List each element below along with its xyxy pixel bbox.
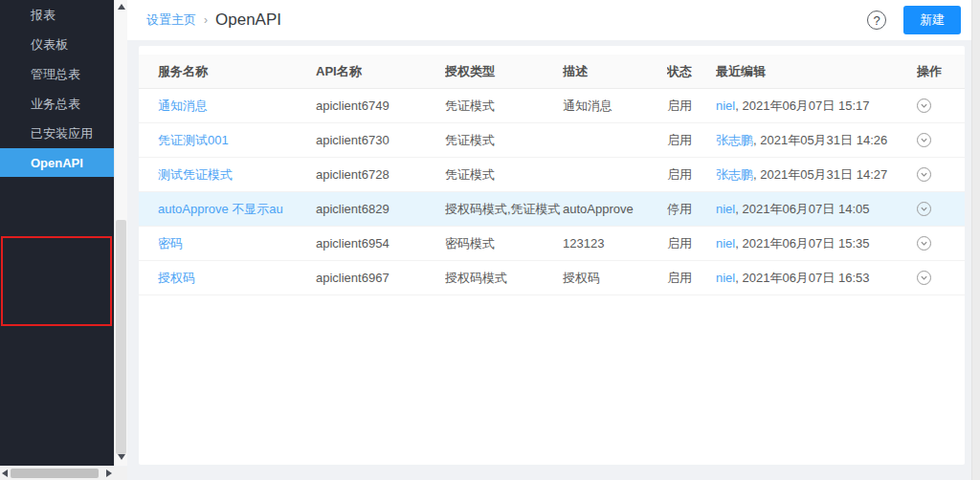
- vertical-scrollbar-thumb[interactable]: [116, 220, 126, 454]
- table-row: 测试凭证模式apiclient6728凭证模式启用张志鹏, 2021年05月31…: [139, 158, 965, 192]
- edit-date: 2021年06月07日 16:53: [742, 271, 869, 285]
- table-row: autoApprove 不显示auapiclient6829授权码模式,凭证模式…: [139, 192, 965, 227]
- status-text: 启用: [667, 98, 692, 113]
- edit-date: 2021年06月07日 15:17: [742, 98, 869, 113]
- sidebar-menu: 邮件通知插件管理流程分析报表仪表板管理总表业务总表扩展中心已安装应用OpenAP…: [0, 0, 114, 177]
- service-name-link[interactable]: 凭证测试001: [158, 133, 229, 147]
- sidebar-item-label: 已安装应用: [31, 125, 93, 142]
- editor-link[interactable]: niel: [716, 98, 735, 113]
- column-header: 描述: [563, 63, 667, 80]
- editor-link[interactable]: niel: [716, 271, 735, 285]
- sidebar-item-业务总表[interactable]: 业务总表: [0, 89, 114, 119]
- editor-link[interactable]: niel: [716, 236, 735, 251]
- service-name-link[interactable]: 密码: [158, 236, 183, 251]
- column-header: API名称: [316, 63, 445, 80]
- status-text: 停用: [667, 202, 692, 216]
- api-table-card: 服务名称API名称授权类型描述状态最近编辑操作 通知消息apiclient674…: [139, 46, 965, 465]
- scrollbar-corner: [114, 467, 127, 480]
- editor-link[interactable]: 张志鹏: [716, 167, 753, 182]
- scroll-right-arrow-icon[interactable]: [106, 469, 112, 477]
- topbar: 设置主页 › OpenAPI ? 新建: [127, 0, 980, 40]
- status-text: 启用: [667, 167, 692, 182]
- create-new-button[interactable]: 新建: [903, 6, 961, 34]
- table-row: 密码apiclient6954密码模式123123启用niel, 2021年06…: [139, 227, 965, 261]
- sidebar-item-管理总表[interactable]: 管理总表: [0, 59, 114, 89]
- sidebar-item-仪表板[interactable]: 仪表板: [0, 30, 114, 59]
- auth-type: 凭证模式: [445, 98, 495, 113]
- description: autoApprove: [563, 202, 634, 216]
- api-name: apiclient6954: [316, 236, 390, 251]
- row-actions-dropdown-icon[interactable]: [917, 202, 931, 216]
- editor-link[interactable]: niel: [716, 202, 735, 216]
- description: 授权码: [563, 271, 600, 285]
- status-text: 启用: [667, 271, 692, 285]
- status-text: 启用: [667, 133, 692, 147]
- edit-date: 2021年05月31日 14:26: [760, 133, 887, 147]
- service-name-link[interactable]: 通知消息: [158, 98, 208, 113]
- table-header-row: 服务名称API名称授权类型描述状态最近编辑操作: [139, 55, 965, 89]
- row-actions-dropdown-icon[interactable]: [917, 236, 931, 251]
- row-actions-dropdown-icon[interactable]: [917, 167, 931, 182]
- sidebar-item-label: 管理总表: [31, 66, 80, 83]
- column-header: 操作: [917, 63, 965, 80]
- sidebar-vertical-scrollbar[interactable]: [114, 0, 127, 466]
- edit-date: 2021年06月07日 14:05: [742, 202, 869, 216]
- page-vertical-scrollbar[interactable]: [971, 0, 980, 480]
- editor-link[interactable]: 张志鹏: [716, 133, 753, 147]
- breadcrumb-separator: ›: [204, 13, 208, 27]
- api-name: apiclient6749: [316, 98, 390, 113]
- table-body: 通知消息apiclient6749凭证模式通知消息启用niel, 2021年06…: [139, 89, 965, 295]
- auth-type: 凭证模式: [445, 167, 495, 182]
- row-actions-dropdown-icon[interactable]: [917, 271, 931, 285]
- scroll-up-arrow-icon[interactable]: [118, 4, 125, 10]
- sidebar-item-已安装应用[interactable]: 已安装应用: [0, 119, 114, 148]
- edit-date: 2021年06月07日 15:35: [742, 236, 869, 251]
- sidebar-item-label: 仪表板: [31, 36, 68, 54]
- description: 通知消息: [563, 98, 612, 113]
- scroll-down-arrow-icon[interactable]: [118, 454, 125, 460]
- sidebar-horizontal-scrollbar[interactable]: [0, 467, 114, 480]
- help-icon[interactable]: ?: [867, 11, 886, 30]
- column-header: 授权类型: [445, 63, 563, 80]
- table-row: 通知消息apiclient6749凭证模式通知消息启用niel, 2021年06…: [139, 89, 965, 123]
- column-header: 最近编辑: [716, 63, 917, 80]
- row-actions-dropdown-icon[interactable]: [917, 133, 931, 147]
- column-header: 服务名称: [158, 63, 316, 80]
- description: 123123: [563, 236, 604, 251]
- table-row: 授权码apiclient6967授权码模式授权码启用niel, 2021年06月…: [139, 261, 965, 295]
- page-title: OpenAPI: [215, 11, 281, 30]
- sidebar-item-label: OpenAPI: [31, 156, 83, 170]
- service-name-link[interactable]: 测试凭证模式: [158, 167, 233, 182]
- auth-type: 密码模式: [445, 236, 495, 251]
- api-name: apiclient6967: [316, 271, 390, 285]
- sidebar-item-OpenAPI[interactable]: OpenAPI: [0, 148, 114, 177]
- status-text: 启用: [667, 236, 692, 251]
- scroll-left-arrow-icon[interactable]: [2, 469, 8, 477]
- auth-type: 授权码模式: [445, 271, 507, 285]
- api-name: apiclient6829: [316, 202, 390, 216]
- horizontal-scrollbar-thumb[interactable]: [11, 469, 99, 478]
- auth-type: 授权码模式,凭证模式: [445, 202, 561, 216]
- api-name: apiclient6730: [316, 133, 390, 147]
- row-actions-dropdown-icon[interactable]: [917, 98, 931, 113]
- breadcrumb-home-link[interactable]: 设置主页: [146, 11, 196, 29]
- service-name-link[interactable]: autoApprove 不显示au: [158, 202, 283, 216]
- table-row: 凭证测试001apiclient6730凭证模式启用张志鹏, 2021年05月3…: [139, 123, 965, 158]
- main-content: 设置主页 › OpenAPI ? 新建 服务名称API名称授权类型描述状态最近编…: [127, 0, 980, 480]
- auth-type: 凭证模式: [445, 133, 495, 147]
- breadcrumb: 设置主页 › OpenAPI: [146, 11, 281, 30]
- sidebar: 邮件通知插件管理流程分析报表仪表板管理总表业务总表扩展中心已安装应用OpenAP…: [0, 0, 114, 466]
- sidebar-item-报表[interactable]: 报表: [0, 0, 114, 30]
- column-header: 状态: [667, 63, 716, 80]
- api-name: apiclient6728: [316, 167, 390, 182]
- sidebar-item-label: 业务总表: [31, 96, 80, 113]
- sidebar-item-label: 报表: [31, 7, 56, 24]
- edit-date: 2021年05月31日 14:27: [760, 167, 887, 182]
- service-name-link[interactable]: 授权码: [158, 271, 195, 285]
